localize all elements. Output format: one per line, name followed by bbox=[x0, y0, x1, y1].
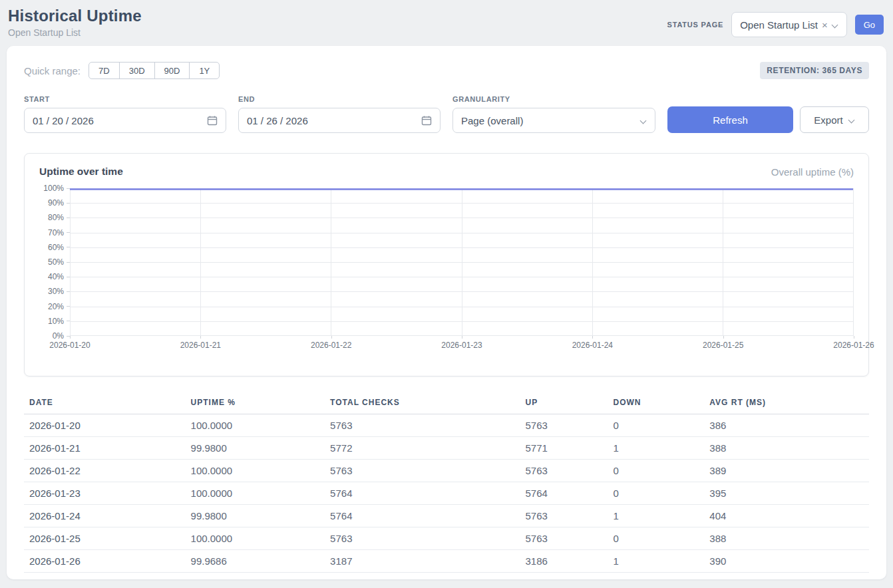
table-header-row: DATEUPTIME %TOTAL CHECKSUPDOWNAVG RT (MS… bbox=[24, 392, 869, 414]
x-tick-mark bbox=[200, 336, 201, 339]
column-header: DATE bbox=[24, 392, 186, 414]
calendar-icon[interactable] bbox=[207, 115, 218, 126]
go-button[interactable]: Go bbox=[855, 15, 884, 35]
start-date-input[interactable]: 01 / 20 / 2026 bbox=[24, 108, 226, 133]
column-header: TOTAL CHECKS bbox=[325, 392, 520, 414]
start-date-value: 01 / 20 / 2026 bbox=[33, 115, 207, 126]
status-page-label: STATUS PAGE bbox=[667, 21, 724, 29]
table-row: 2026-01-2699.9686318731861390 bbox=[24, 550, 869, 573]
table-cell: 386 bbox=[704, 414, 869, 437]
table-cell: 100.0000 bbox=[186, 460, 325, 482]
x-tick-label: 2026-01-21 bbox=[180, 341, 221, 350]
calendar-icon[interactable] bbox=[421, 115, 432, 126]
quick-range-label: Quick range: bbox=[24, 65, 81, 76]
end-date-value: 01 / 26 / 2026 bbox=[247, 115, 421, 126]
chart-header: Uptime over time Overall uptime (%) bbox=[39, 166, 854, 178]
retention-badge: RETENTION: 365 DAYS bbox=[760, 62, 869, 79]
chevron-down-icon bbox=[832, 21, 838, 28]
granularity-select[interactable]: Page (overall) bbox=[452, 108, 655, 133]
table-cell: 99.9800 bbox=[186, 437, 325, 460]
table-cell: 388 bbox=[704, 527, 869, 550]
start-field: START 01 / 20 / 2026 bbox=[24, 95, 226, 133]
table-head: DATEUPTIME %TOTAL CHECKSUPDOWNAVG RT (MS… bbox=[24, 392, 869, 414]
header-bar: Historical Uptime Open Startup List STAT… bbox=[0, 0, 893, 43]
table-cell: 0 bbox=[608, 527, 705, 550]
granularity-label: GRANULARITY bbox=[452, 95, 655, 103]
status-page-select[interactable]: Open Startup List × bbox=[731, 12, 847, 37]
table-cell: 5763 bbox=[325, 460, 520, 482]
y-tick-label: 0% bbox=[53, 331, 64, 341]
x-tick-label: 2026-01-26 bbox=[833, 341, 874, 350]
quick-range-group: 7D30D90D1Y bbox=[89, 62, 220, 79]
status-page-value: Open Startup List bbox=[740, 19, 818, 31]
x-tick-mark bbox=[331, 336, 332, 339]
end-field: END 01 / 26 / 2026 bbox=[238, 95, 441, 133]
x-tick-label: 2026-01-24 bbox=[572, 341, 613, 350]
table-cell: 390 bbox=[704, 550, 869, 573]
y-tick-label: 90% bbox=[48, 198, 64, 208]
table-cell: 5763 bbox=[325, 527, 520, 550]
page-subtitle: Open Startup List bbox=[8, 27, 142, 38]
end-date-input[interactable]: 01 / 26 / 2026 bbox=[238, 108, 441, 133]
table-cell: 100.0000 bbox=[186, 414, 325, 437]
y-tick-label: 20% bbox=[48, 302, 64, 311]
table-cell: 5771 bbox=[520, 437, 608, 460]
table-cell: 5763 bbox=[520, 414, 608, 437]
x-tick-label: 2026-01-20 bbox=[49, 341, 90, 350]
y-axis-tick: 50% bbox=[48, 257, 70, 267]
y-axis-tick: 80% bbox=[48, 213, 70, 222]
table-row: 2026-01-2499.9800576457631404 bbox=[24, 505, 869, 527]
quick-range-1y[interactable]: 1Y bbox=[189, 62, 220, 79]
table-cell: 5764 bbox=[325, 505, 520, 527]
chart-title: Uptime over time bbox=[39, 166, 123, 178]
quick-range-30d[interactable]: 30D bbox=[119, 62, 155, 79]
table-cell: 404 bbox=[704, 505, 869, 527]
table-cell: 2026-01-25 bbox=[24, 527, 186, 550]
granularity-field: GRANULARITY Page (overall) bbox=[452, 95, 655, 133]
y-tick-label: 70% bbox=[48, 228, 64, 237]
column-header: DOWN bbox=[608, 392, 705, 414]
table-cell: 2026-01-23 bbox=[24, 482, 186, 505]
y-tick-label: 10% bbox=[48, 317, 64, 326]
chart-x-axis: 2026-01-202026-01-212026-01-222026-01-23… bbox=[70, 336, 854, 353]
quick-range-90d[interactable]: 90D bbox=[154, 62, 190, 79]
y-axis-tick: 20% bbox=[48, 302, 70, 311]
table-cell: 388 bbox=[704, 437, 869, 460]
table-cell: 395 bbox=[704, 482, 869, 505]
table-cell: 5763 bbox=[520, 527, 608, 550]
table-cell: 5763 bbox=[325, 414, 520, 437]
table-cell: 2026-01-20 bbox=[24, 414, 186, 437]
y-axis-tick: 30% bbox=[48, 287, 70, 296]
x-tick-mark bbox=[592, 336, 593, 339]
end-label: END bbox=[238, 95, 441, 103]
table-cell: 5763 bbox=[520, 505, 608, 527]
clear-selection-icon[interactable]: × bbox=[822, 19, 828, 31]
x-tick-mark bbox=[854, 336, 854, 339]
y-tick-label: 100% bbox=[43, 184, 64, 193]
chevron-down-icon bbox=[640, 117, 647, 124]
x-tick-mark bbox=[70, 336, 71, 339]
table-cell: 2026-01-26 bbox=[24, 550, 186, 573]
page-title: Historical Uptime bbox=[8, 7, 142, 25]
y-axis-tick: 10% bbox=[48, 317, 70, 326]
chart-area: 0%10%20%30%40%50%60%70%80%90%100% bbox=[39, 188, 854, 336]
quick-range-7d[interactable]: 7D bbox=[89, 62, 120, 79]
table-cell: 389 bbox=[704, 460, 869, 482]
status-controls: STATUS PAGE Open Startup List × Go bbox=[667, 12, 884, 37]
table-cell: 5772 bbox=[325, 437, 520, 460]
uptime-chart-card: Uptime over time Overall uptime (%) 0%10… bbox=[24, 153, 869, 376]
quick-range-row: Quick range: 7D30D90D1Y RETENTION: 365 D… bbox=[24, 62, 869, 79]
table-cell: 1 bbox=[608, 505, 705, 527]
refresh-button[interactable]: Refresh bbox=[667, 106, 793, 133]
export-button[interactable]: Export bbox=[800, 106, 869, 133]
table-cell: 100.0000 bbox=[186, 527, 325, 550]
x-tick-mark bbox=[723, 336, 724, 339]
table-body: 2026-01-20100.00005763576303862026-01-21… bbox=[24, 414, 869, 573]
table-cell: 5764 bbox=[520, 482, 608, 505]
chevron-down-icon bbox=[848, 116, 855, 123]
title-block: Historical Uptime Open Startup List bbox=[8, 7, 142, 38]
x-tick-label: 2026-01-23 bbox=[441, 341, 482, 350]
table-cell: 2026-01-22 bbox=[24, 460, 186, 482]
table-cell: 2026-01-21 bbox=[24, 437, 186, 460]
export-label: Export bbox=[814, 114, 842, 126]
